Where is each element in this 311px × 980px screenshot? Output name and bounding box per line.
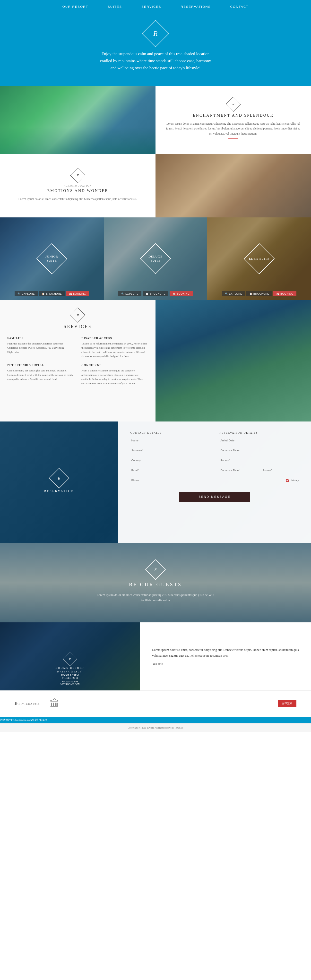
eden-brochure-btn[interactable]: 📋 BROCHURE bbox=[246, 291, 272, 296]
deluxe-booking-btn[interactable]: 📅 BOOKING bbox=[170, 291, 193, 296]
suite-deluxe-overlay: DELUXE SUITE bbox=[104, 218, 207, 300]
privacy-checkbox[interactable] bbox=[286, 479, 289, 482]
service-pet-heading: Pet friendly hotel bbox=[7, 363, 74, 367]
deluxe-brochure-btn[interactable]: 📋 BROCHURE bbox=[143, 291, 168, 296]
suites-section: JUNIOR SUITE 🔍 EXPLORE 📋 BROCHURE 📅 BOOK… bbox=[0, 218, 311, 300]
hero-diamond-logo: R bbox=[142, 20, 169, 47]
email-input[interactable] bbox=[130, 467, 210, 474]
hero-section: R Enjoy the stupendous calm and peace of… bbox=[0, 14, 311, 86]
suite-eden-name: EDEN SUITE bbox=[249, 256, 270, 261]
footer-logos: 𝕳 RIVIERA2015 🏛 bbox=[14, 698, 59, 710]
service-concierge-heading: Concierge bbox=[81, 363, 148, 367]
rooms-input[interactable] bbox=[219, 457, 299, 464]
copyright-text: Copyrights © 2015 Riviera All rights res… bbox=[128, 726, 183, 729]
phone-input[interactable] bbox=[130, 477, 210, 484]
service-families-heading: FAMILIES bbox=[7, 336, 74, 340]
guests-section: R BE OUR GUESTS Lorem ipsum dolor sit am… bbox=[0, 543, 311, 622]
nav-item-services[interactable]: SERVICES bbox=[141, 5, 161, 9]
reservation-section: R RESERVATION CONTACT DETAILS RESERVATIO… bbox=[0, 422, 311, 543]
services-diamond: R bbox=[70, 307, 85, 323]
country-input[interactable] bbox=[130, 457, 210, 464]
accommodation-title: EMOTIONS AND WONDER bbox=[47, 189, 108, 193]
suite-eden: EDEN SUITE 🔍 EXPLORE 📋 BROCHURE 📅 BOOKIN… bbox=[207, 218, 311, 300]
services-diamond-letter: R bbox=[77, 313, 79, 317]
service-pet-text: Complimentary pet basket (for cats and d… bbox=[7, 369, 74, 382]
reservation-title: RESERVATION bbox=[44, 489, 74, 493]
guests-title: BE OUR GUESTS bbox=[129, 582, 182, 587]
footer-email: INFOROOMS.COM bbox=[56, 683, 84, 686]
suite-eden-diamond: EDEN SUITE bbox=[244, 243, 274, 274]
services-content: R SERVICES FAMILIES Facilities available… bbox=[0, 300, 155, 422]
guests-text: Lorem ipsum dolor sit amet, consectetur … bbox=[95, 592, 216, 603]
enchantment-body: Lorem ipsum dolor sit amet, consectetur … bbox=[165, 121, 301, 136]
service-families: FAMILIES Facilities available for childr… bbox=[7, 336, 74, 359]
footer-location: MATERA (ITALY) bbox=[56, 670, 84, 673]
suite-eden-buttons: 🔍 EXPLORE 📋 BROCHURE 📅 BOOKING bbox=[207, 291, 311, 296]
reservation-label: R RESERVATION bbox=[0, 422, 118, 543]
surname-input[interactable] bbox=[130, 447, 210, 454]
suite-junior-buttons: 🔍 EXPLORE 📋 BROCHURE 📅 BOOKING bbox=[0, 291, 104, 296]
footer-top: R ROOMS RESORT MATERA (ITALY) DOLOR LORE… bbox=[0, 622, 311, 690]
marquee-text: 活动倒计时Obs.stenheo.com究竟让你知道 bbox=[0, 718, 48, 721]
rooms2-input[interactable] bbox=[262, 467, 299, 474]
footer-resort-name: ROOMS RESORT bbox=[56, 667, 84, 669]
reservation-details-label: RESERVATION DETAILS bbox=[219, 431, 299, 434]
eden-booking-btn[interactable]: 📅 BOOKING bbox=[273, 291, 297, 296]
footer-bottom: 𝕳 RIVIERA2015 🏛 立即预购 bbox=[0, 690, 311, 717]
guests-diamond-letter: R bbox=[154, 568, 157, 572]
building-icon: 🏛 bbox=[50, 698, 59, 710]
junior-booking-btn[interactable]: 📅 BOOKING bbox=[66, 291, 89, 296]
service-disabled-text: Thanks to its refurbishment, completed i… bbox=[81, 342, 148, 359]
footer-quote: Lorem ipsum dolor sit amet, consectetur … bbox=[152, 647, 299, 659]
suite-deluxe: DELUXE SUITE 🔍 EXPLORE 📋 BROCHURE 📅 BOOK… bbox=[104, 218, 207, 300]
nav-item-our-resort[interactable]: OUR RESORT bbox=[62, 5, 88, 9]
copyright-bar: Copyrights © 2015 Riviera All rights res… bbox=[0, 723, 311, 732]
footer-phone: +91123456789S bbox=[56, 680, 84, 683]
red-action-button[interactable]: 立即预购 bbox=[278, 700, 297, 707]
red-divider bbox=[228, 138, 238, 139]
services-title: SERVICES bbox=[64, 324, 92, 329]
enchantment-title: ENCHANTMENT AND SPLENDOUR bbox=[193, 113, 274, 118]
reservation-diamond: R bbox=[49, 468, 70, 489]
suite-deluxe-buttons: 🔍 EXPLORE 📋 BROCHURE 📅 BOOKING bbox=[104, 291, 207, 296]
reservation-diamond-letter: R bbox=[58, 476, 60, 480]
suite-junior-name: JUNIOR SUITE bbox=[41, 255, 62, 263]
deluxe-explore-btn[interactable]: 🔍 EXPLORE bbox=[118, 291, 141, 296]
junior-explore-btn[interactable]: 🔍 EXPLORE bbox=[14, 291, 38, 296]
service-families-text: Facilities available for children Childr… bbox=[7, 342, 74, 355]
send-message-button[interactable]: SEND MESSAGE bbox=[179, 492, 250, 502]
arrival-input[interactable] bbox=[219, 437, 299, 444]
footer-street: STREET NO 11 bbox=[56, 676, 84, 679]
eden-explore-btn[interactable]: 🔍 EXPLORE bbox=[222, 291, 245, 296]
departure-input[interactable] bbox=[219, 447, 299, 454]
suite-junior: JUNIOR SUITE 🔍 EXPLORE 📋 BROCHURE 📅 BOOK… bbox=[0, 218, 104, 300]
departure2-input[interactable] bbox=[219, 467, 257, 474]
enchantment-section: R ENCHANTMENT AND SPLENDOUR Lorem ipsum … bbox=[0, 86, 311, 154]
footer-quote-col: Lorem ipsum dolor sit amet, consectetur … bbox=[140, 622, 311, 690]
nav-item-reservations[interactable]: RESERVATIONS bbox=[181, 5, 211, 9]
hero-text: Enjoy the stupendous calm and peace of t… bbox=[97, 51, 214, 72]
accommodation-image bbox=[155, 154, 311, 218]
suite-deluxe-name: DELUXE SUITE bbox=[145, 255, 166, 263]
nav-item-suites[interactable]: SUITES bbox=[108, 5, 122, 9]
enchantment-image bbox=[0, 86, 155, 154]
service-concierge-text: From a simple restaurant booking to the … bbox=[81, 369, 148, 385]
junior-brochure-btn[interactable]: 📋 BROCHURE bbox=[39, 291, 65, 296]
name-input[interactable] bbox=[130, 437, 210, 444]
services-image bbox=[155, 300, 311, 422]
reservation-details-col: RESERVATION DETAILS Privacy bbox=[219, 431, 299, 487]
guests-diamond: R bbox=[145, 559, 166, 580]
contact-details-col: CONTACT DETAILS bbox=[130, 431, 210, 487]
nav-item-contact[interactable]: CONTACT bbox=[230, 5, 249, 9]
accommodation-section: R ACCOMMODATION EMOTIONS AND WONDER Lore… bbox=[0, 154, 311, 218]
privacy-label: Privacy bbox=[290, 479, 299, 482]
services-grid: FAMILIES Facilities available for childr… bbox=[7, 336, 148, 386]
main-nav: OUR RESORT SUITES SERVICES RESERVATIONS … bbox=[0, 0, 311, 14]
accommodation-text: R ACCOMMODATION EMOTIONS AND WONDER Lore… bbox=[0, 154, 155, 218]
departure-rooms-row bbox=[219, 467, 299, 477]
suite-eden-overlay: EDEN SUITE bbox=[207, 218, 311, 300]
accommodation-body: Lorem ipsum dolor sit amet, consectetur … bbox=[18, 197, 137, 201]
enchantment-diamond-letter: R bbox=[232, 102, 234, 106]
service-pet: Pet friendly hotel Complimentary pet bas… bbox=[7, 363, 74, 385]
footer-image: R ROOMS RESORT MATERA (ITALY) DOLOR LORE… bbox=[0, 622, 140, 690]
